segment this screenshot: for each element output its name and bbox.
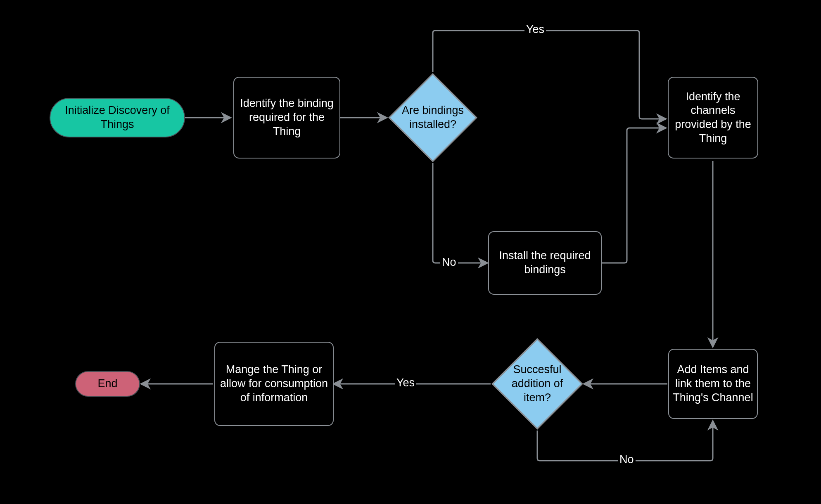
edge-label-yes-mid: Yes <box>395 376 416 389</box>
node-identify-channels: Identify the channels provided by the Th… <box>668 77 758 159</box>
label: Succesful addition of item? <box>502 363 572 405</box>
label: Initialize Discovery of Things <box>53 104 182 132</box>
label: Identify the binding required for the Th… <box>237 97 337 138</box>
node-end: End <box>75 371 140 397</box>
label: Mange the Thing or allow for consumption… <box>218 363 330 405</box>
node-add-items: Add Items and link them to the Thing's C… <box>668 349 758 419</box>
edge-label-no-bottom: No <box>618 453 636 466</box>
label: Install the required bindings <box>491 249 598 277</box>
node-identify-binding: Identify the binding required for the Th… <box>233 77 340 159</box>
node-start: Initialize Discovery of Things <box>50 98 185 137</box>
node-install-bindings: Install the required bindings <box>488 231 602 295</box>
edge-label-no-left: No <box>440 256 458 269</box>
label: Add Items and link them to the Thing's C… <box>672 363 755 405</box>
node-decision-success: Succesful addition of item? <box>491 337 584 431</box>
edge-label-yes-top: Yes <box>524 23 546 36</box>
flowchart-canvas: Initialize Discovery of Things Identify … <box>0 0 821 504</box>
node-decision-installed: Are bindings installed? <box>387 72 478 163</box>
edge-install-to-channels <box>602 128 666 263</box>
edge-decision-no-to-install <box>433 163 487 263</box>
label: End <box>97 377 117 391</box>
label: Identify the channels provided by the Th… <box>671 90 755 146</box>
node-manage: Mange the Thing or allow for consumption… <box>214 342 334 426</box>
label: Are bindings installed? <box>399 104 467 132</box>
